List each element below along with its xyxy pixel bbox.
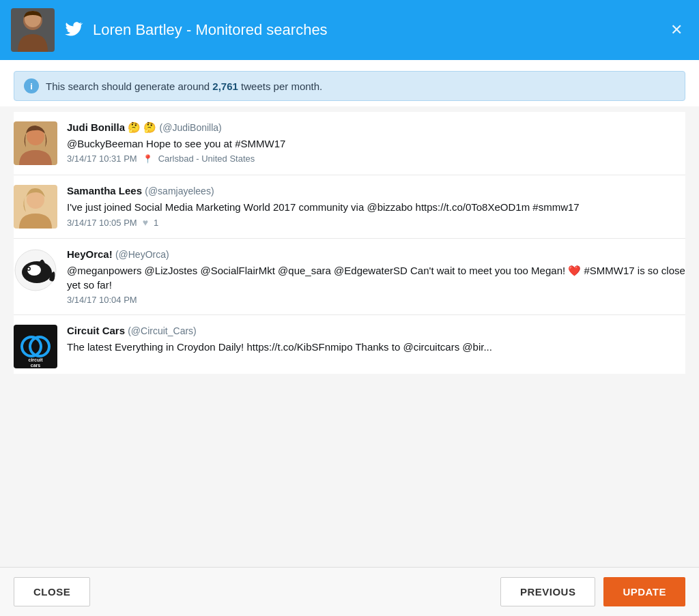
- tweet-header: Judi Bonilla 🤔 🤔 (@JudiBonilla): [67, 121, 685, 134]
- svg-text:cars: cars: [31, 363, 41, 368]
- tweet-row: Judi Bonilla 🤔 🤔 (@JudiBonilla) @BuckyBe…: [14, 112, 685, 175]
- footer: CLOSE PREVIOUS UPDATE: [0, 567, 699, 616]
- info-text-after: tweets per month.: [238, 80, 322, 92]
- tweet-handle: (@JudiBonilla): [160, 122, 222, 133]
- tweet-text: The latest Everything in Croydon Daily! …: [67, 340, 685, 354]
- tweet-date: 3/14/17 10:31 PM: [67, 153, 137, 164]
- tweets-list: Judi Bonilla 🤔 🤔 (@JudiBonilla) @BuckyBe…: [0, 106, 699, 567]
- tweet-avatar-heyorca: [14, 248, 57, 292]
- info-text-before: This search should generate around: [46, 80, 212, 92]
- tweet-text: I've just joined Social Media Marketing …: [67, 200, 685, 214]
- modal-window: Loren Bartley - Monitored searches ✕ i T…: [0, 0, 699, 616]
- location-icon: 📍: [143, 154, 153, 164]
- tweet-name: Circuit Cars: [67, 325, 128, 336]
- tweet-row-partial: circuit cars Circuit Cars (@Circuit_Cars…: [14, 315, 685, 374]
- tweet-content: Samantha Lees (@samjayelees) I've just j…: [67, 185, 685, 228]
- profile-avatar: [11, 8, 55, 52]
- tweet-content: Judi Bonilla 🤔 🤔 (@JudiBonilla) @BuckyBe…: [67, 121, 685, 164]
- tweet-text: @meganpowers @LizJostes @SocialFlairMkt …: [67, 263, 685, 292]
- heart-icon: ♥: [143, 217, 148, 228]
- tweet-row: Samantha Lees (@samjayelees) I've just j…: [14, 175, 685, 239]
- tweet-row: HeyOrca! (@HeyOrca) @meganpowers @LizJos…: [14, 239, 685, 315]
- header: Loren Bartley - Monitored searches ✕: [0, 0, 699, 60]
- close-button[interactable]: CLOSE: [14, 577, 90, 606]
- tweet-avatar-circuit: circuit cars: [14, 325, 57, 368]
- tweet-avatar-judi: [14, 121, 57, 165]
- tweet-handle: (@HeyOrca): [115, 249, 169, 260]
- update-button[interactable]: UPDATE: [603, 577, 685, 606]
- info-tweet-count: 2,761: [212, 80, 238, 92]
- svg-point-11: [28, 268, 30, 270]
- tweet-handle: (@Circuit_Cars): [128, 325, 197, 336]
- header-title: Loren Bartley - Monitored searches: [93, 21, 657, 39]
- info-banner-text: This search should generate around 2,761…: [46, 80, 322, 92]
- tweet-content: HeyOrca! (@HeyOrca) @meganpowers @LizJos…: [67, 248, 685, 305]
- footer-right-buttons: PREVIOUS UPDATE: [500, 577, 685, 606]
- info-icon: i: [24, 78, 39, 93]
- tweet-header: Samantha Lees (@samjayelees): [67, 185, 685, 197]
- tweet-name: Samantha Lees: [67, 185, 145, 196]
- header-close-button[interactable]: ✕: [665, 18, 688, 42]
- tweet-header: HeyOrca! (@HeyOrca): [67, 248, 685, 261]
- tweet-location: Carlsbad - United States: [158, 153, 255, 164]
- tweet-likes: 1: [154, 218, 158, 228]
- tweet-text: @BuckyBeeman Hope to see you at #SMMW17: [67, 136, 685, 151]
- info-banner: i This search should generate around 2,7…: [14, 71, 685, 101]
- tweet-header: Circuit Cars (@Circuit_Cars): [67, 325, 685, 337]
- svg-text:circuit: circuit: [28, 357, 43, 362]
- twitter-logo: [63, 17, 85, 44]
- tweet-date: 3/14/17 10:04 PM: [67, 295, 137, 305]
- tweet-name: HeyOrca!: [67, 248, 115, 260]
- tweet-meta: 3/14/17 10:05 PM ♥ 1: [67, 217, 685, 228]
- tweet-content: Circuit Cars (@Circuit_Cars) The latest …: [67, 325, 685, 357]
- tweet-handle: (@samjayelees): [145, 186, 214, 196]
- tweet-avatar-samantha: [14, 185, 57, 229]
- previous-button[interactable]: PREVIOUS: [500, 577, 596, 606]
- tweet-meta: 3/14/17 10:31 PM 📍 Carlsbad - United Sta…: [67, 153, 685, 164]
- tweet-meta: 3/14/17 10:04 PM: [67, 295, 685, 305]
- tweet-name: Judi Bonilla 🤔 🤔: [67, 121, 160, 133]
- tweet-date: 3/14/17 10:05 PM: [67, 218, 137, 228]
